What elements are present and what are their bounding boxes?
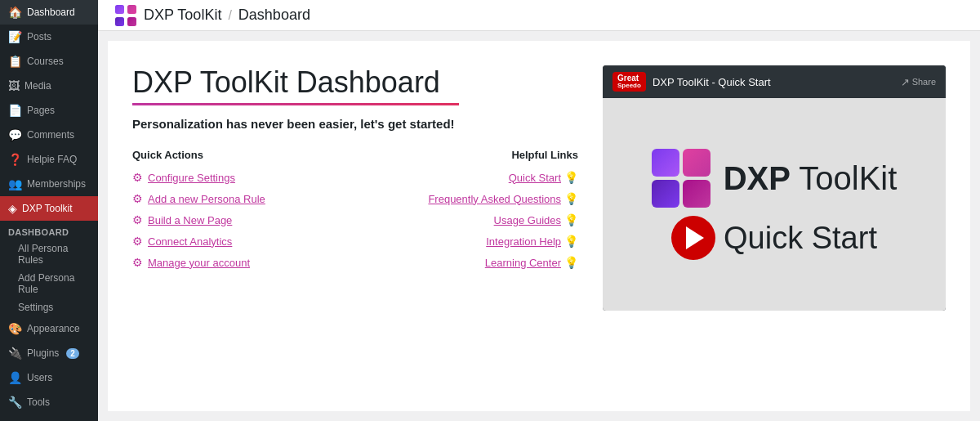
gear-icon-1: ⚙ — [132, 192, 143, 205]
quick-action-link-2[interactable]: Build a New Page — [148, 214, 232, 226]
content-inner: DXP ToolKit Dashboard Personalization ha… — [108, 41, 970, 411]
video-thumbnail[interactable]: DXP ToolKit Quick Start — [603, 98, 946, 311]
users-icon: 👤 — [8, 371, 22, 384]
svg-rect-1 — [127, 5, 136, 14]
sidebar-item-posts[interactable]: 📝 Posts — [0, 25, 98, 49]
gear-icon-3: ⚙ — [132, 235, 143, 248]
bulb-icon-3: 💡 — [564, 235, 578, 248]
gear-icon-2: ⚙ — [132, 213, 143, 226]
posts-icon: 📝 — [8, 30, 22, 43]
dxp-brand-text: DXP ToolKit — [724, 162, 898, 195]
sidebar-item-plugins[interactable]: 🔌 Plugins 2 — [0, 341, 98, 365]
quickstart-row: Quick Start — [671, 216, 877, 260]
sidebar-item-appearance[interactable]: 🎨 Appearance — [0, 316, 98, 341]
dashboard-subtitle: Personalization has never been easier, l… — [132, 117, 578, 131]
sidebar-item-dashboard[interactable]: 🏠 Dashboard — [0, 0, 98, 25]
helpful-link-item-1: Frequently Asked Questions 💡 — [372, 192, 578, 205]
action-item-2: ⚙ Build a New Page — [132, 213, 339, 226]
sidebar-item-dxp-toolkit[interactable]: ◈ DXP Toolkit — [0, 196, 98, 221]
logo-sq-br — [683, 180, 710, 208]
sidebar-item-label: DXP Toolkit — [22, 203, 73, 214]
actions-row: Quick Actions ⚙ Configure Settings ⚙ Add… — [132, 149, 578, 277]
helpful-link-item-3: Integration Help 💡 — [372, 235, 578, 248]
quick-action-link-4[interactable]: Manage your account — [148, 257, 250, 269]
sidebar-item-media[interactable]: 🖼 Media — [0, 74, 98, 98]
sidebar-item-label: Appearance — [27, 323, 80, 334]
sidebar-item-users[interactable]: 👤 Users — [0, 365, 98, 390]
sidebar-item-label: Posts — [27, 31, 51, 43]
courses-icon: 📋 — [8, 55, 22, 68]
sidebar-item-label: Dashboard — [27, 7, 75, 18]
video-topbar: Great Speedo DXP ToolKit - Quick Start ↗… — [603, 65, 946, 98]
share-button[interactable]: ↗ Share — [901, 76, 936, 88]
pages-icon: 📄 — [8, 104, 22, 117]
bulb-icon-0: 💡 — [564, 171, 578, 184]
sidebar-item-label: Tools — [27, 396, 50, 408]
yt-play-button[interactable] — [671, 216, 715, 260]
play-triangle-icon — [686, 226, 704, 249]
helpful-links-heading: Helpful Links — [372, 149, 578, 161]
quick-actions-col: Quick Actions ⚙ Configure Settings ⚙ Add… — [132, 149, 339, 277]
quick-action-link-0[interactable]: Configure Settings — [148, 172, 235, 184]
helpful-link-1[interactable]: Frequently Asked Questions — [428, 193, 561, 205]
media-icon: 🖼 — [8, 79, 20, 92]
sidebar-item-tools[interactable]: 🔧 Tools — [0, 390, 98, 414]
sidebar-sub-all-persona-rules[interactable]: All Persona Rules — [0, 240, 98, 269]
comments-icon: 💬 — [8, 128, 22, 141]
quick-action-link-3[interactable]: Connect Analytics — [148, 235, 232, 248]
dxp-toolkit-icon: ◈ — [8, 202, 17, 215]
action-item-0: ⚙ Configure Settings — [132, 171, 339, 184]
svg-rect-2 — [115, 17, 124, 26]
gear-icon-0: ⚙ — [132, 171, 143, 184]
sidebar-item-courses[interactable]: 📋 Courses — [0, 49, 98, 74]
sidebar-item-label: Memberships — [27, 178, 86, 190]
video-container: Great Speedo DXP ToolKit - Quick Start ↗… — [603, 65, 946, 311]
video-content: DXP ToolKit Quick Start — [603, 98, 946, 311]
bulb-icon-1: 💡 — [564, 192, 578, 205]
helpful-link-item-4: Learning Center 💡 — [372, 256, 578, 269]
sidebar-item-memberships[interactable]: 👥 Memberships — [0, 172, 98, 196]
topbar-brand: DXP ToolKit — [144, 7, 221, 24]
helpful-link-4[interactable]: Learning Center — [485, 257, 561, 269]
sidebar-sub-add-persona-rule[interactable]: Add Persona Rule — [0, 269, 98, 298]
sidebar-item-comments[interactable]: 💬 Comments — [0, 123, 98, 147]
sidebar-item-label: Comments — [27, 129, 74, 141]
helpful-link-2[interactable]: Usage Guides — [494, 214, 561, 226]
main-area: DXP ToolKit / Dashboard DXP ToolKit Dash… — [98, 0, 980, 421]
video-topbar-left: Great Speedo DXP ToolKit - Quick Start — [612, 72, 771, 92]
helpful-link-0[interactable]: Quick Start — [509, 172, 561, 184]
share-label: Share — [912, 77, 936, 87]
action-item-3: ⚙ Connect Analytics — [132, 235, 339, 248]
left-panel: DXP ToolKit Dashboard Personalization ha… — [132, 65, 578, 387]
helpful-link-item-0: Quick Start 💡 — [372, 171, 578, 184]
dxp-logo-video: DXP ToolKit — [652, 149, 898, 208]
helpful-link-3[interactable]: Integration Help — [486, 235, 561, 248]
title-underline — [132, 103, 459, 105]
helpful-link-item-2: Usage Guides 💡 — [372, 213, 578, 226]
logo-sq-tl — [652, 149, 679, 177]
sidebar-sub-settings[interactable]: Settings — [0, 298, 98, 316]
sidebar-item-label: Users — [27, 372, 52, 383]
sidebar-item-label: Courses — [27, 56, 64, 67]
logo-sq-tr — [683, 149, 710, 177]
sidebar-item-settings[interactable]: ⚙ Settings — [0, 414, 98, 421]
yt-badge-line2: Speedo — [617, 83, 641, 89]
topbar: DXP ToolKit / Dashboard — [98, 0, 980, 31]
sidebar-item-helpie-faq[interactable]: ❓ Helpie FAQ — [0, 147, 98, 172]
share-icon: ↗ — [901, 76, 910, 88]
topbar-separator: / — [228, 8, 231, 23]
dxp-logo-squares — [652, 149, 710, 208]
svg-rect-3 — [127, 17, 136, 26]
action-item-1: ⚙ Add a new Persona Rule — [132, 192, 339, 205]
plugins-icon: 🔌 — [8, 347, 22, 360]
sidebar-item-pages[interactable]: 📄 Pages — [0, 98, 98, 123]
right-panel: Great Speedo DXP ToolKit - Quick Start ↗… — [603, 65, 946, 387]
helpie-faq-icon: ❓ — [8, 153, 22, 166]
gear-icon-4: ⚙ — [132, 256, 143, 269]
tools-icon: 🔧 — [8, 396, 22, 409]
sidebar-section-dashboard: Dashboard — [0, 221, 98, 240]
dashboard-title: DXP ToolKit Dashboard — [132, 65, 578, 100]
quick-actions-heading: Quick Actions — [132, 149, 339, 161]
appearance-icon: 🎨 — [8, 322, 22, 335]
quick-action-link-1[interactable]: Add a new Persona Rule — [148, 193, 265, 205]
